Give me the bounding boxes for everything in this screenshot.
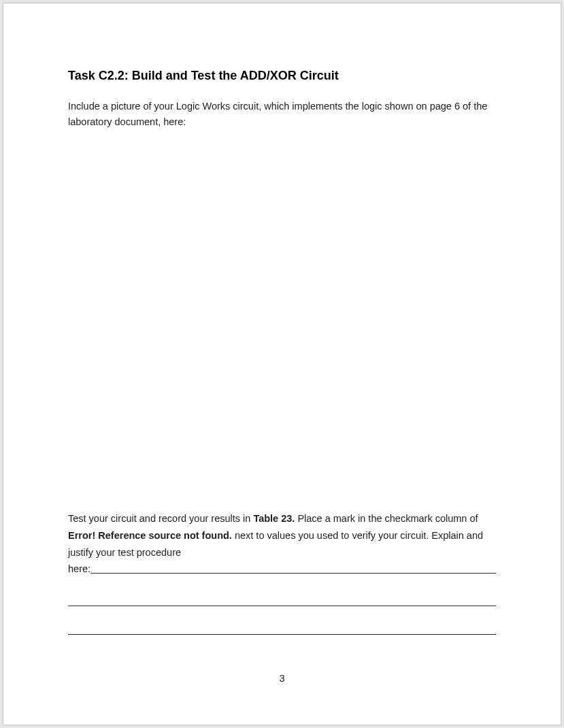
- here-line: here:: [68, 561, 496, 578]
- fill-line-1: [90, 564, 496, 574]
- fill-line-3: [68, 618, 496, 635]
- error-reference: Error! Reference source not found.: [68, 530, 232, 541]
- figure-placeholder-space: [68, 129, 496, 510]
- fill-line-2: [68, 590, 496, 606]
- table-reference: Table 23.: [253, 513, 295, 524]
- document-page: Task C2.2: Build and Test the ADD/XOR Ci…: [3, 3, 561, 725]
- here-label: here:: [68, 561, 90, 578]
- page-number: 3: [3, 673, 561, 684]
- section-heading: Task C2.2: Build and Test the ADD/XOR Ci…: [68, 68, 496, 84]
- test-instructions: Test your circuit and record your result…: [68, 510, 496, 635]
- intro-paragraph: Include a picture of your Logic Works ci…: [68, 99, 496, 129]
- instr-text-1: Test your circuit and record your result…: [68, 513, 253, 524]
- instr-text-2: Place a mark in the checkmark column of: [295, 513, 478, 524]
